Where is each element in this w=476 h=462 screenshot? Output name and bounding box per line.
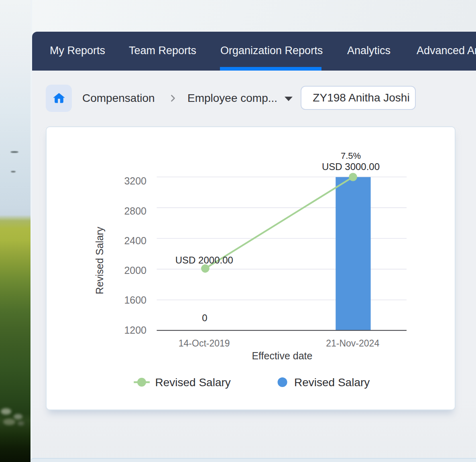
svg-text:2800: 2800 <box>124 205 146 217</box>
svg-text:USD 3000.00: USD 3000.00 <box>322 161 380 172</box>
svg-text:USD 2000.00: USD 2000.00 <box>175 255 233 265</box>
svg-text:Effective date: Effective date <box>252 350 312 361</box>
svg-text:Revised Salary: Revised Salary <box>155 376 231 389</box>
svg-text:Revised Salary: Revised Salary <box>94 227 106 294</box>
svg-text:21-Nov-2024: 21-Nov-2024 <box>326 338 379 349</box>
svg-text:3200: 3200 <box>124 175 146 186</box>
svg-text:7.5%: 7.5% <box>341 151 361 161</box>
svg-text:2400: 2400 <box>124 235 146 246</box>
svg-text:2000: 2000 <box>124 265 146 276</box>
svg-text:0: 0 <box>202 312 207 323</box>
svg-text:1200: 1200 <box>124 324 146 336</box>
svg-text:Revised Salary: Revised Salary <box>294 376 370 389</box>
svg-text:1600: 1600 <box>124 294 146 306</box>
svg-text:14-Oct-2019: 14-Oct-2019 <box>179 338 230 349</box>
